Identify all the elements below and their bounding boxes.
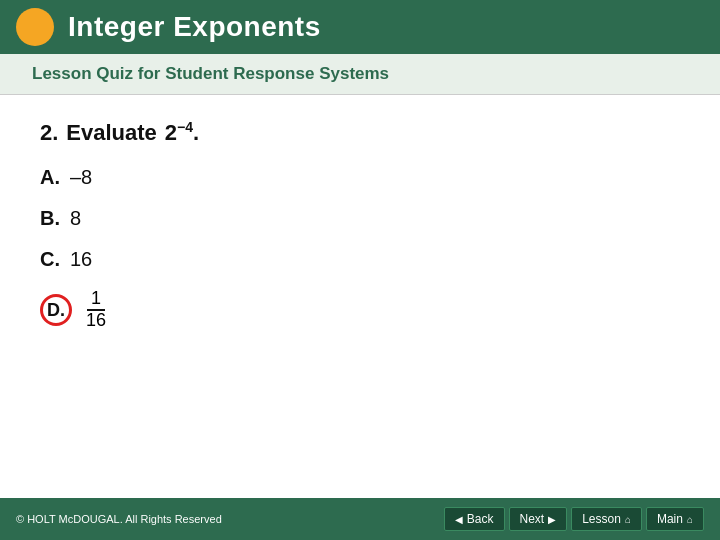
main-home-icon: ⌂ <box>687 514 693 525</box>
option-a-value: –8 <box>70 166 92 189</box>
page-title: Integer Exponents <box>68 11 321 43</box>
exponent: −4 <box>177 119 193 135</box>
next-label: Next <box>520 512 545 526</box>
question-number: 2. <box>40 120 58 146</box>
copyright-text: © HOLT McDOUGAL. All Rights Reserved <box>16 513 222 525</box>
back-label: Back <box>467 512 494 526</box>
option-c-value: 16 <box>70 248 92 271</box>
lesson-button[interactable]: Lesson ⌂ <box>571 507 642 531</box>
main-label: Main <box>657 512 683 526</box>
option-a-letter: A. <box>40 166 60 189</box>
question-expression: 2−4. <box>165 119 199 146</box>
option-b-value: 8 <box>70 207 81 230</box>
option-d-circle: D. <box>40 294 72 326</box>
option-c[interactable]: C. 16 <box>40 248 680 271</box>
question-text: Evaluate <box>66 120 157 146</box>
next-button[interactable]: Next ▶ <box>509 507 568 531</box>
option-d[interactable]: D. 1 16 <box>40 289 680 331</box>
fraction-denominator: 16 <box>82 311 110 331</box>
header: Integer Exponents <box>0 0 720 54</box>
lesson-label: Lesson <box>582 512 621 526</box>
option-c-letter: C. <box>40 248 60 271</box>
option-d-fraction: 1 16 <box>82 289 110 331</box>
option-b[interactable]: B. 8 <box>40 207 680 230</box>
subtitle-text: Lesson Quiz for Student Response Systems <box>32 64 389 83</box>
back-arrow-icon: ◀ <box>455 514 463 525</box>
question: 2. Evaluate 2−4. <box>40 119 680 146</box>
main-content: 2. Evaluate 2−4. A. –8 B. 8 C. 16 D. 1 1… <box>0 95 720 345</box>
subtitle-bar: Lesson Quiz for Student Response Systems <box>0 54 720 95</box>
option-b-letter: B. <box>40 207 60 230</box>
option-d-letter: D. <box>47 300 65 321</box>
option-a[interactable]: A. –8 <box>40 166 680 189</box>
next-arrow-icon: ▶ <box>548 514 556 525</box>
back-button[interactable]: ◀ Back <box>444 507 505 531</box>
main-button[interactable]: Main ⌂ <box>646 507 704 531</box>
header-circle-icon <box>16 8 54 46</box>
footer: © HOLT McDOUGAL. All Rights Reserved ◀ B… <box>0 498 720 540</box>
lesson-home-icon: ⌂ <box>625 514 631 525</box>
footer-nav: ◀ Back Next ▶ Lesson ⌂ Main ⌂ <box>444 507 704 531</box>
fraction-numerator: 1 <box>87 289 105 311</box>
